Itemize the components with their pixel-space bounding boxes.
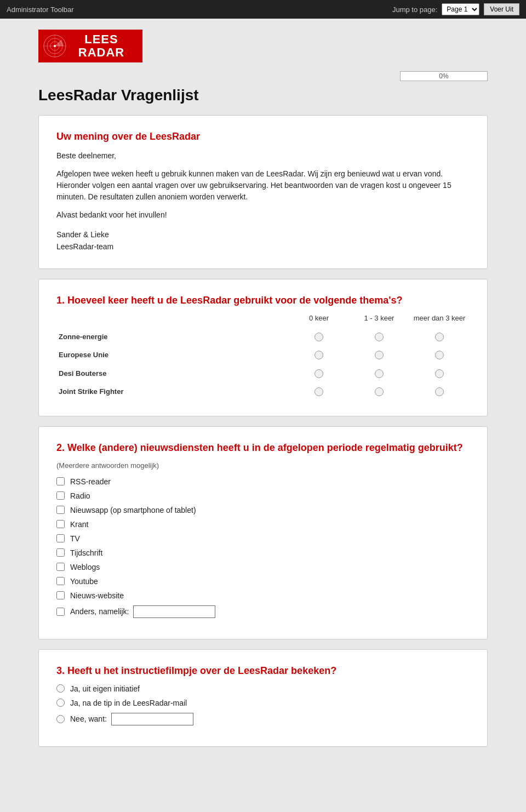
radio-3plus-row2[interactable] xyxy=(435,369,444,378)
jump-to-page-label: Jump to page: xyxy=(392,5,437,14)
q1-radio-col2[interactable] xyxy=(349,346,409,364)
radio-1-3keer-row3[interactable] xyxy=(375,387,384,396)
q1-row-label: Joint Strike Fighter xyxy=(56,382,289,401)
list-item: Ja, na de tip in de LeesRadar-mail xyxy=(56,699,470,707)
table-row: Joint Strike Fighter xyxy=(56,382,470,401)
radio-3plus-row1[interactable] xyxy=(435,351,444,359)
checkbox-label: Nieuws-website xyxy=(70,591,124,600)
checkbox-q2-4[interactable] xyxy=(56,534,65,542)
q1-col2-header: 1 - 3 keer xyxy=(349,314,409,328)
checkbox-q2-5[interactable] xyxy=(56,548,65,557)
table-row: Zonne-energie xyxy=(56,328,470,346)
radio-3plus-row3[interactable] xyxy=(435,387,444,396)
signature-team: LeesRadar-team xyxy=(56,241,470,253)
q1-radio-col3[interactable] xyxy=(409,382,470,401)
radio-1-3keer-row0[interactable] xyxy=(375,333,384,341)
list-item: Weblogs xyxy=(56,563,470,571)
q1-radio-col1[interactable] xyxy=(289,346,349,364)
intro-card-title: Uw mening over de LeesRadar xyxy=(56,131,470,142)
intro-text: Beste deelnemer, Afgelopen twee weken he… xyxy=(56,150,470,253)
checkbox-q2-6[interactable] xyxy=(56,563,65,571)
checkbox-q2-2[interactable] xyxy=(56,506,65,514)
question2-checkbox-list: RSS-reader Radio Nieuwsapp (op smartphon… xyxy=(56,477,470,618)
logo-area: LEES RADAR xyxy=(38,30,488,62)
svg-point-6 xyxy=(54,45,56,47)
progress-bar: 0% xyxy=(400,71,488,81)
checkbox-q2-9[interactable] xyxy=(56,608,65,616)
q1-col-label xyxy=(56,314,289,328)
voer-uit-button[interactable]: Voer Uit xyxy=(484,3,519,15)
question2-card: 2. Welke (andere) nieuwsdiensten heeft u… xyxy=(38,426,488,639)
q1-col1-header: 0 keer xyxy=(289,314,349,328)
q1-radio-col2[interactable] xyxy=(349,328,409,346)
list-item: Anders, namelijk: xyxy=(56,605,470,618)
list-item: Tijdschrift xyxy=(56,548,470,557)
list-item: RSS-reader xyxy=(56,477,470,486)
question3-card: 3. Heeft u het instructiefilmpje over de… xyxy=(38,649,488,747)
intro-greeting: Beste deelnemer, xyxy=(56,150,470,162)
checkbox-label: Nieuwsapp (op smartphone of tablet) xyxy=(70,506,196,514)
list-item: Nieuws-website xyxy=(56,591,470,600)
logo-radar-icon xyxy=(43,34,67,58)
list-item: Youtube xyxy=(56,577,470,586)
radio-0keer-row2[interactable] xyxy=(315,369,323,378)
checkbox-label: TV xyxy=(70,534,80,543)
checkbox-q2-7[interactable] xyxy=(56,577,65,585)
signature-name: Sander & Lieke xyxy=(56,228,470,241)
list-item: Krant xyxy=(56,520,470,529)
checkbox-q2-8[interactable] xyxy=(56,591,65,599)
svg-marker-5 xyxy=(55,39,64,46)
question1-card: 1. Hoeveel keer heeft u de LeesRadar geb… xyxy=(38,279,488,416)
page-select[interactable]: Page 1 Page 2 xyxy=(442,3,479,15)
checkbox-label: Anders, namelijk: xyxy=(70,607,129,616)
q1-radio-col3[interactable] xyxy=(409,328,470,346)
checkbox-q2-0[interactable] xyxy=(56,477,65,485)
question1-title: 1. Hoeveel keer heeft u de LeesRadar geb… xyxy=(56,295,470,306)
question3-title: 3. Heeft u het instructiefilmpje over de… xyxy=(56,665,470,677)
q1-row-label: Desi Bouterse xyxy=(56,364,289,382)
table-row: Desi Bouterse xyxy=(56,364,470,382)
question2-subtitle: (Meerdere antwoorden mogelijk) xyxy=(56,461,470,470)
checkbox-label: RSS-reader xyxy=(70,477,111,486)
radio-label: Ja, na de tip in de LeesRadar-mail xyxy=(70,699,187,707)
question2-title: 2. Welke (andere) nieuwsdiensten heeft u… xyxy=(56,442,470,454)
checkbox-q2-3[interactable] xyxy=(56,520,65,528)
radio-0keer-row0[interactable] xyxy=(315,333,323,341)
radio-q3-1[interactable] xyxy=(56,699,65,707)
radio-0keer-row1[interactable] xyxy=(315,351,323,359)
page-title: LeesRadar Vragenlijst xyxy=(38,87,488,104)
radio-1-3keer-row1[interactable] xyxy=(375,351,384,359)
checkbox-label: Krant xyxy=(70,520,88,529)
intro-card: Uw mening over de LeesRadar Beste deelne… xyxy=(38,115,488,269)
checkbox-label: Tijdschrift xyxy=(70,548,102,557)
intro-body2: Alvast bedankt voor het invullen! xyxy=(56,209,470,221)
q1-radio-col2[interactable] xyxy=(349,364,409,382)
admin-toolbar: Administrator Toolbar Jump to page: Page… xyxy=(0,0,526,19)
radio-q3-2[interactable] xyxy=(56,715,65,723)
checkbox-q2-1[interactable] xyxy=(56,491,65,500)
q1-radio-col3[interactable] xyxy=(409,364,470,382)
main-content: LEES RADAR 0% LeesRadar Vragenlijst Uw m… xyxy=(22,19,504,779)
q1-radio-col1[interactable] xyxy=(289,328,349,346)
q1-radio-col1[interactable] xyxy=(289,382,349,401)
question3-radio-list: Ja, uit eigen initiatief Ja, na de tip i… xyxy=(56,684,470,725)
anders-text-input[interactable] xyxy=(133,605,215,618)
q1-radio-col1[interactable] xyxy=(289,364,349,382)
radio-label: Nee, want: xyxy=(70,714,107,723)
radio-q3-0[interactable] xyxy=(56,684,65,693)
radio-label: Ja, uit eigen initiatief xyxy=(70,684,140,693)
radio-3plus-row0[interactable] xyxy=(435,333,444,341)
intro-signature: Sander & Lieke LeesRadar-team xyxy=(56,228,470,253)
checkbox-label: Weblogs xyxy=(70,563,100,571)
radio-1-3keer-row2[interactable] xyxy=(375,369,384,378)
progress-label: 0% xyxy=(439,72,448,80)
list-item: Nee, want: xyxy=(56,713,470,725)
q1-radio-col3[interactable] xyxy=(409,346,470,364)
nee-want-text-input[interactable] xyxy=(111,713,193,725)
list-item: Nieuwsapp (op smartphone of tablet) xyxy=(56,506,470,514)
radio-0keer-row3[interactable] xyxy=(315,387,323,396)
intro-body1: Afgelopen twee weken heeft u gebruik kun… xyxy=(56,168,470,203)
progress-container: 0% xyxy=(38,71,488,81)
q1-radio-col2[interactable] xyxy=(349,382,409,401)
list-item: TV xyxy=(56,534,470,543)
